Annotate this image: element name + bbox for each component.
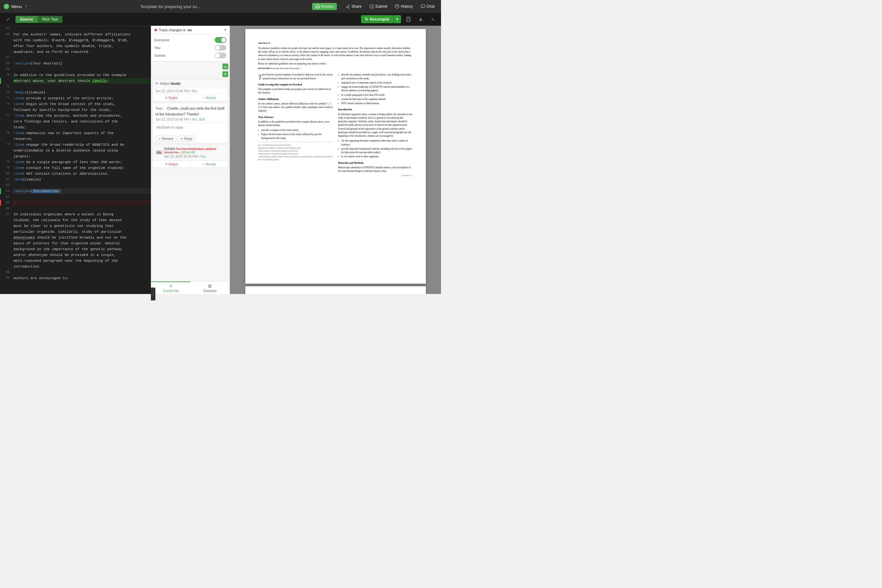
materials-text: Manuscripts submitted to GENETICS should… xyxy=(338,166,413,173)
recompile-button[interactable]: ↻ Recompile xyxy=(361,15,393,23)
track-status-dot xyxy=(154,29,157,31)
menu-button[interactable]: O Menu xyxy=(3,3,22,10)
comment-user: You xyxy=(192,118,197,121)
left-expand-button[interactable]: ‹ xyxy=(151,288,155,294)
main-layout: 65 66 For the authors' names, indicate d… xyxy=(0,26,441,294)
middle-area: Track changes is on ▾ Everyone You xyxy=(151,26,230,294)
file-icon-btn[interactable] xyxy=(404,15,413,24)
you-toggle-row: You xyxy=(154,44,226,52)
accept-button[interactable]: ✓ Accept xyxy=(190,94,228,101)
reply-button[interactable]: ↩ Reply xyxy=(178,136,195,142)
nav-down-arrow[interactable]: ▼ xyxy=(222,71,228,77)
svg-text:O: O xyxy=(5,5,8,8)
review-button[interactable]: Ab Review xyxy=(312,3,337,10)
you-toggle[interactable] xyxy=(215,45,226,51)
line-row: 79 \item contain the full name of the or… xyxy=(0,165,151,171)
abstract-bullets: provide a synopsis of the entire article… xyxy=(261,128,333,140)
guests-toggle-row: Guests xyxy=(154,52,226,59)
line-row: 67 xyxy=(0,55,151,61)
intro-body: In individual organisms where a mutant i… xyxy=(338,112,413,138)
toggle-group: Everyone You Guests xyxy=(151,34,230,62)
source-tab[interactable]: Source xyxy=(15,16,38,23)
change-type: Added xyxy=(160,82,169,86)
pdf-intro-text: This Genetics journal template is provid… xyxy=(258,73,333,80)
right-bullets: describe the purpose, methods and proced… xyxy=(341,73,413,105)
deleted-actions: ✕ Reject ✓ Accept xyxy=(153,160,228,168)
current-file-tab[interactable]: ≡ Current file xyxy=(151,281,190,294)
change-user: You xyxy=(192,89,197,93)
everyone-toggle[interactable] xyxy=(215,37,226,43)
reject-deleted-button[interactable]: ✕ Reject xyxy=(153,161,190,168)
divider xyxy=(339,3,340,10)
deleted-card-header: Ab Deleted For the introduction, authors… xyxy=(153,145,228,160)
reply-input[interactable] xyxy=(155,124,225,134)
deleted-meta: Jan 22, 2019 10:46 PM • You xyxy=(164,155,225,158)
line-row: 73 \item provide a synopsis of the entir… xyxy=(0,95,151,101)
track-label: Track changes is on xyxy=(159,28,222,32)
pdf-preview-panel[interactable]: ABSTRACT The abstract should be written … xyxy=(230,26,441,294)
track-dropdown[interactable]: ▾ xyxy=(224,28,226,32)
reply-icon: ↩ xyxy=(180,137,183,141)
abstract-label: ABSTRACT xyxy=(258,42,413,45)
share-button[interactable]: Share xyxy=(342,3,365,10)
overview-tab-icon: ⊞ xyxy=(208,284,212,288)
resolve-icon: ✓ xyxy=(158,137,161,141)
recompile-dropdown[interactable]: ▾ xyxy=(393,15,401,23)
bullet-item: be a single paragraph of less than 250 w… xyxy=(341,93,413,97)
deleted-change-card: Ab Deleted For the introduction, authors… xyxy=(153,145,228,168)
secondbar: ⤢ Source Rich Text ↻ Recompile ▾ ⤡ xyxy=(0,13,441,26)
resolve-button[interactable]: ✓ Resolve xyxy=(155,136,176,142)
download-btn[interactable] xyxy=(416,15,426,24)
accept-deleted-button[interactable]: ✓ Accept xyxy=(190,161,228,168)
line-row: 88 xyxy=(0,270,151,275)
submit-button[interactable]: Submit xyxy=(366,3,390,10)
show-all-link[interactable]: [show all] xyxy=(182,150,195,154)
line-row: followed by specific background for the … xyxy=(0,107,151,113)
reply-actions: ✓ Resolve ↩ Reply xyxy=(155,136,225,142)
line-row: 76 \item emphasize new or important aspe… xyxy=(0,130,151,136)
svg-rect-8 xyxy=(421,5,425,8)
reject-button[interactable]: ✕ Reject xyxy=(153,94,190,101)
edit-link[interactable]: Edit xyxy=(199,118,205,121)
nav-up-arrow[interactable]: ▲ xyxy=(222,63,228,69)
bullet-item: engage the broad readership of GENETICS … xyxy=(341,85,413,93)
line-row: introduction. xyxy=(0,264,151,270)
line-row: 69 xyxy=(0,66,151,72)
everyone-toggle-thumb xyxy=(221,38,226,42)
line-row: 78 \item be a single paragraph of less t… xyxy=(0,159,151,165)
richtext-tab[interactable]: Rich Text xyxy=(38,16,63,23)
history-button[interactable]: History xyxy=(392,3,416,10)
line-row: 81 \end{itemize} xyxy=(0,177,151,183)
menu-label: Menu xyxy=(11,4,22,9)
author-aff-head: Author Affiliations xyxy=(258,98,333,101)
guests-toggle[interactable] xyxy=(215,52,226,58)
bullet-item: describe the purpose, methods and proced… xyxy=(341,73,413,80)
line-row: 87 In individual organisms where a mutan… xyxy=(0,212,151,217)
line-row: research; xyxy=(0,136,151,142)
back-button[interactable]: ↑ xyxy=(24,3,27,10)
line-row: 65 xyxy=(0,26,151,32)
intro-head: Introduction xyxy=(338,108,413,111)
line-row: 80 \item NOT contain citations or abbrev… xyxy=(0,171,151,177)
line-row: study; xyxy=(0,124,151,130)
page-title: Template for preparing your su... xyxy=(32,4,309,9)
added-change-card: ✏ Added ideally Jan 22, 2019 10:45 PM • … xyxy=(153,79,228,102)
bullet-item: NOT contain citations or abbreviations. xyxy=(341,102,413,105)
topbar: O Menu ↑ Template for preparing your su.… xyxy=(0,0,441,13)
materials-head: Materials and Methods xyxy=(338,161,413,165)
source-panel[interactable]: 65 66 For the authors' names, indicate d… xyxy=(0,26,151,294)
comment-author: You: xyxy=(155,106,163,110)
line-row: 75 \item describe the purpose, methods a… xyxy=(0,113,151,118)
svg-point-6 xyxy=(370,4,374,8)
middle-scroll[interactable]: ▲ ▼ ✏ Added ideally Jan 22, 2019 10:45 P… xyxy=(151,62,230,281)
collapse-right-btn[interactable]: ⤡ xyxy=(428,15,438,24)
fullscreen-toggle[interactable]: ⤢ xyxy=(3,15,13,24)
your-abstract-text: In addition to the guidelines provided i… xyxy=(258,120,333,128)
chat-button[interactable]: Chat xyxy=(417,3,438,10)
bullet-item: cite the supporting literature completel… xyxy=(341,139,413,146)
line-row: 74 \item begin with the broad context of… xyxy=(0,101,151,107)
abstract-text: The abstract should be written for peopl… xyxy=(258,46,413,61)
overview-tab[interactable]: ⊞ Overview xyxy=(190,281,230,294)
everyone-label: Everyone xyxy=(154,38,215,42)
deleted-label: Deleted For the introduction, authors sh… xyxy=(164,147,225,154)
